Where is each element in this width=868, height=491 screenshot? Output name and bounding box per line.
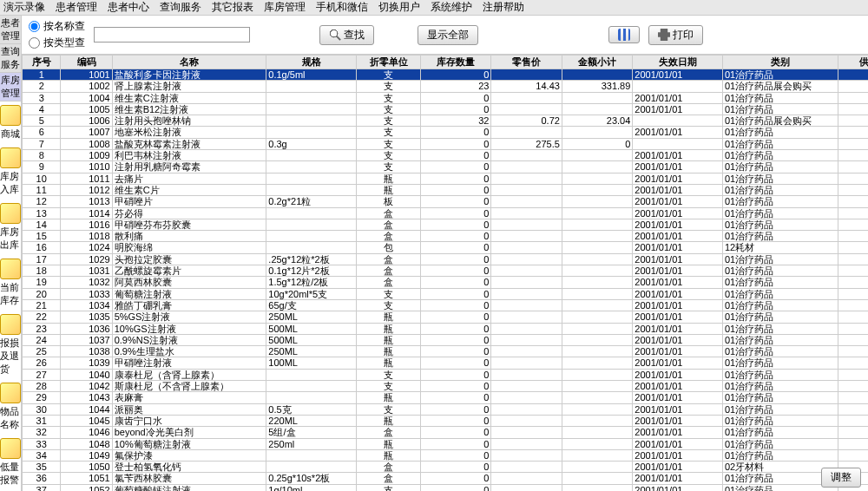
col-header[interactable]: 金额小计	[562, 56, 632, 69]
table-row[interactable]: 181031乙酰螺旋霉素片0.1g*12片*2板盒02001/01/0101治疗…	[23, 265, 869, 277]
sidebar-icon	[0, 438, 21, 459]
col-header[interactable]: 库存数量	[421, 56, 491, 69]
menu-item[interactable]: 注册帮助	[483, 0, 524, 15]
sidegroup[interactable]: 患者管理	[0, 16, 21, 44]
table-row[interactable]: 291043表麻膏瓶02001/01/0101治疗药品1043表麻膏瓶	[23, 392, 869, 403]
table-row[interactable]: 141016甲硝唑芬布芬胶囊盒02001/01/0101治疗药品1016甲硝唑芬…	[23, 219, 869, 230]
sidebar-icon	[0, 314, 21, 335]
table-row[interactable]: 161024明胶海绵包02001/01/0112耗材1024明胶海绵包	[23, 242, 869, 253]
table-row[interactable]: 11001盐酸利多卡因注射液0.1g/5ml支02001/01/0101治疗药品…	[23, 69, 869, 81]
sidebar-item[interactable]: 商城	[0, 101, 21, 144]
print-icon	[658, 29, 670, 41]
sidebar-item[interactable]: 当前库存	[0, 255, 21, 311]
table-row[interactable]: 31004维生素C注射液支02001/01/0101治疗药品1004维生素C注射…	[23, 92, 869, 103]
filter-by-type[interactable]: 按类型查	[29, 36, 85, 50]
search-button[interactable]: 查找	[319, 25, 374, 45]
menu-item[interactable]: 其它报表	[212, 0, 253, 15]
sidebar-item[interactable]: 库房出库	[0, 200, 21, 255]
sidebar-icon	[0, 383, 21, 403]
table-row[interactable]: 151018散利痛盒02001/01/0101治疗药品1018散利痛盒	[23, 231, 869, 242]
sidebar-item[interactable]: 报损及退货	[0, 311, 21, 379]
sidebar-item[interactable]: 库房入库	[0, 144, 21, 200]
table-row[interactable]: 361051氯苄西林胶囊0.25g*10s*2板盒02001/01/0101治疗…	[23, 473, 869, 484]
table-row[interactable]: 23103610%GS注射液500ML瓶02001/01/0101治疗药品103…	[23, 323, 869, 334]
sidebuttons: 商城库房入库库房出库当前库存报损及退货物品名称低量报警进货申请表	[0, 101, 21, 491]
filter-by-name[interactable]: 按名称查	[29, 19, 85, 34]
table-row[interactable]: 341049氟保护漆瓶02001/01/0101治疗药品1049氟保护漆瓶	[23, 449, 869, 461]
col-header[interactable]: 序号	[23, 56, 61, 69]
wave-icon	[618, 29, 630, 41]
menu-item[interactable]: 切换用户	[378, 0, 420, 15]
col-header[interactable]: 零售价	[491, 56, 562, 69]
table-row[interactable]: 51006注射用头孢唑林钠支320.7223.0401治疗药品展会购买1006注…	[23, 115, 869, 127]
table-row[interactable]: 261039甲硝唑注射液100ML瓶02001/01/0101治疗药品1039甲…	[23, 357, 869, 369]
sidebar-icon	[0, 259, 21, 279]
table-row[interactable]: 101011去痛片瓶02001/01/0101治疗药品1011去痛片瓶	[23, 173, 869, 184]
sidegroup[interactable]: 库房管理	[0, 73, 21, 101]
table-row[interactable]: 2510380.9%生理盐水250ML瓶02001/01/0101治疗药品103…	[23, 346, 869, 357]
menu-item[interactable]: 患者管理	[56, 0, 97, 15]
table-row[interactable]: 271040康泰杜尼（含肾上腺素）支02001/01/0101治疗药品1040康…	[23, 369, 869, 380]
sidebar: 患者管理查询服务库房管理 商城库房入库库房出库当前库存报损及退货物品名称低量报警…	[0, 16, 22, 491]
table-row[interactable]: 131014芬必得盒02001/01/0101治疗药品1014芬必得盒	[23, 207, 869, 219]
menu-item[interactable]: 患者中心	[108, 0, 149, 15]
table-row[interactable]: 71008盐酸克林霉素注射液0.3g支0275.5001治疗药品1008盐酸克林…	[23, 138, 869, 149]
menu-item[interactable]: 系统维护	[431, 0, 472, 15]
table-row[interactable]: 2210355%GS注射液250ML瓶02001/01/0101治疗药品1035…	[23, 311, 869, 323]
sidebar-item[interactable]: 低量报警	[0, 435, 21, 490]
table-row[interactable]: 301044派丽奥0.5克支02001/01/0101治疗药品1044派丽奥0.…	[23, 403, 869, 415]
table-row[interactable]: 281042斯康杜尼（不含肾上腺素）支02001/01/0101治疗药品1042…	[23, 381, 869, 392]
sidebar-icon	[0, 203, 21, 224]
adjust-button[interactable]: 调整	[821, 468, 861, 488]
sidebar-icon	[0, 147, 21, 168]
filter-bar: 按名称查 按类型查 查找 显示全部 打印	[22, 16, 868, 55]
wave-button[interactable]	[608, 26, 640, 43]
table-row[interactable]: 111012维生素C片瓶02001/01/0101治疗药品1012维生素C片瓶	[23, 184, 869, 195]
table-row[interactable]: 91010注射用乳糖阿奇霉素支02001/01/0101治疗药品1010注射用乳…	[23, 161, 869, 173]
inventory-table: 序号编码名称规格折零单位库存数量零售价金额小计失效日期类别供应商备注自定编码名称…	[22, 55, 868, 491]
table-row[interactable]: 351050登士柏氢氧化钙盒02001/01/0102牙材料1050登士柏氢氧化…	[23, 462, 869, 473]
search-icon	[329, 29, 341, 41]
col-header[interactable]: 名称	[112, 56, 266, 69]
menu-item[interactable]: 手机和微信	[316, 0, 368, 15]
table-row[interactable]: 2410370.9%NS注射液500ML瓶02001/01/0101治疗药品10…	[23, 334, 869, 345]
table-row[interactable]: 61007地塞米松注射液支02001/01/0101治疗药品1007地塞米松注射…	[23, 127, 869, 138]
table-body: 11001盐酸利多卡因注射液0.1g/5ml支02001/01/0101治疗药品…	[23, 69, 869, 492]
show-all-button[interactable]: 显示全部	[418, 25, 478, 45]
col-header[interactable]: 编码	[61, 56, 112, 69]
table-row[interactable]: 121013甲硝唑片0.2g*21粒板02001/01/0101治疗药品1013…	[23, 196, 869, 207]
sidegroups: 患者管理查询服务库房管理	[0, 16, 21, 101]
menu-item[interactable]: 查询服务	[160, 0, 201, 15]
table-row[interactable]: 311045康齿宁口水220ML瓶02001/01/0101治疗药品1045康齿…	[23, 415, 869, 426]
table-row[interactable]: 171029头孢拉定胶囊.25g*12粒*2板盒02001/01/0101治疗药…	[23, 253, 869, 265]
sidegroup[interactable]: 查询服务	[0, 44, 21, 73]
col-header[interactable]: 失效日期	[633, 56, 723, 69]
table-row[interactable]: 41005维生素B12注射液支02001/01/0101治疗药品1005维生素B…	[23, 103, 869, 115]
col-header[interactable]: 规格	[266, 56, 357, 69]
col-header[interactable]: 供应商	[838, 56, 868, 69]
search-input[interactable]	[94, 27, 250, 43]
table-row[interactable]: 33104810%葡萄糖注射液250ml瓶02001/01/0101治疗药品10…	[23, 438, 869, 449]
sidebar-item[interactable]: 物品名称	[0, 379, 21, 435]
col-header[interactable]: 折零单位	[356, 56, 420, 69]
menu-item[interactable]: 演示录像	[3, 0, 45, 15]
table-row[interactable]: 191032阿莫西林胶囊1.5g*12粒/2板盒02001/01/0101治疗药…	[23, 277, 869, 288]
menu-item[interactable]: 库房管理	[264, 0, 306, 15]
top-menu: 演示录像患者管理患者中心查询服务其它报表库房管理手机和微信切换用户系统维护注册帮…	[0, 0, 868, 16]
table-row[interactable]: 201033葡萄糖注射液10g*20ml*5支支02001/01/0101治疗药…	[23, 288, 869, 299]
table-row[interactable]: 211034雅皓丁硼乳膏65g/支支02001/01/0101治疗药品1034雅…	[23, 299, 869, 311]
table-row[interactable]: 371052葡萄糖酸钙注射液1g/10ml支02001/01/0101治疗药品1…	[23, 484, 869, 491]
sidebar-icon	[0, 105, 21, 126]
col-header[interactable]: 类别	[722, 56, 838, 69]
table-row[interactable]: 81009利巴韦林注射液支02001/01/0101治疗药品1009利巴韦林注射…	[23, 150, 869, 161]
table-header-row: 序号编码名称规格折零单位库存数量零售价金额小计失效日期类别供应商备注自定编码名称…	[23, 56, 869, 69]
print-button[interactable]: 打印	[648, 25, 703, 45]
table-row[interactable]: 321046beyond冷光美白剂5组/盒盒02001/01/0101治疗药品1…	[23, 427, 869, 438]
table-row[interactable]: 21002肾上腺素注射液支2314.43331.8901治疗药品展会购买1002…	[23, 81, 869, 92]
